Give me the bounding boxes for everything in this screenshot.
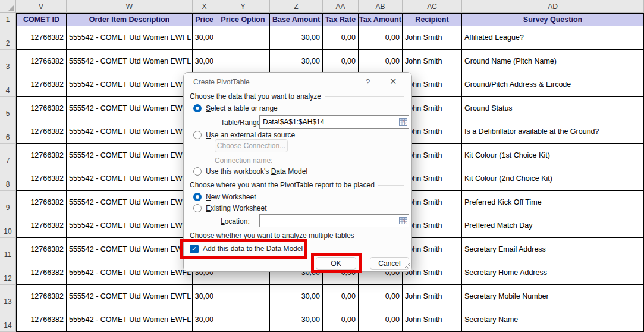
header-cell-tax_amount[interactable]: Tax Amount [359, 13, 403, 26]
column-header-W[interactable]: W [67, 0, 193, 13]
cell-tax_rate[interactable]: 0,00 [323, 285, 359, 309]
row-header-7[interactable]: 7 [0, 144, 16, 168]
row-header-13[interactable]: 13 [0, 285, 16, 309]
cell-description[interactable]: 555542 - COMET Utd Women EWFL [67, 238, 193, 262]
cell-survey_question[interactable]: Is a Defibrillator available at the Grou… [462, 120, 644, 144]
cell-comet_id[interactable]: 12766382 [16, 261, 67, 285]
cell-description[interactable]: 555542 - COMET Utd Women EWFL [67, 120, 193, 144]
row-header-8[interactable]: 8 [0, 167, 16, 191]
radio-external-data-source[interactable]: Use an external data source [193, 130, 295, 139]
header-cell-price[interactable]: Price [193, 13, 216, 26]
column-header-AA[interactable]: AA [323, 0, 359, 13]
cell-description[interactable]: 555542 - COMET Utd Women EWFL [67, 144, 193, 168]
cell-tax_rate[interactable]: 0,00 [323, 308, 359, 332]
cell-description[interactable]: 555542 - COMET Utd Women EWFL [67, 308, 193, 332]
column-header-X[interactable]: X [193, 0, 216, 13]
range-picker-icon[interactable] [397, 215, 409, 227]
cell-tax_amount[interactable]: 0,00 [359, 285, 403, 309]
header-cell-survey_question[interactable]: Survey Question [462, 13, 644, 26]
cell-price_option[interactable] [216, 308, 270, 332]
cell-recipient[interactable]: John Smith [403, 285, 462, 309]
cell-description[interactable]: 555542 - COMET Utd Women EWFL [67, 97, 193, 121]
header-cell-base_amount[interactable]: Base Amount [270, 13, 323, 26]
column-header-Z[interactable]: Z [270, 0, 323, 13]
radio-workbook-data-model[interactable]: Use this workbook's Data Model [193, 167, 307, 176]
row-header-9[interactable]: 9 [0, 191, 16, 215]
row-header-1[interactable]: 1 [0, 13, 16, 26]
row-header-5[interactable]: 5 [0, 97, 16, 121]
help-icon[interactable]: ? [366, 77, 370, 86]
cell-tax_amount[interactable]: 0,00 [359, 50, 403, 74]
cell-survey_question[interactable]: Kit Colour (2nd Choice Kit) [462, 167, 644, 191]
row-header-6[interactable]: 6 [0, 120, 16, 144]
cell-survey_question[interactable]: Affiliated League? [462, 26, 644, 50]
cell-description[interactable]: 555542 - COMET Utd Women EWFL [67, 261, 193, 285]
cell-survey_question[interactable]: Secretary Mobile Number [462, 285, 644, 309]
cell-survey_question[interactable]: Kit Colour (1st Choice Kit) [462, 144, 644, 168]
radio-select-table-range[interactable]: Select a table or range [193, 104, 278, 112]
choose-connection-button[interactable]: Choose Connection... [215, 139, 288, 152]
cell-comet_id[interactable]: 12766382 [16, 238, 67, 262]
cell-comet_id[interactable]: 12766382 [16, 97, 67, 121]
cell-comet_id[interactable]: 12766382 [16, 26, 67, 50]
table-range-input[interactable]: Data!$A$1:$AH$14 [259, 115, 409, 129]
header-cell-price_option[interactable]: Price Option [216, 13, 270, 26]
cell-comet_id[interactable]: 12766382 [16, 285, 67, 309]
cell-comet_id[interactable]: 12766382 [16, 73, 67, 97]
cell-price_option[interactable] [216, 50, 270, 74]
row-header-11[interactable]: 11 [0, 238, 16, 262]
column-header-V[interactable]: V [16, 0, 67, 13]
cell-comet_id[interactable]: 12766382 [16, 120, 67, 144]
cell-recipient[interactable]: John Smith [403, 26, 462, 50]
cell-base_amount[interactable]: 30,00 [270, 285, 323, 309]
cell-survey_question[interactable]: Ground Name (Pitch Name) [462, 50, 644, 74]
column-header-AB[interactable]: AB [359, 0, 403, 13]
cell-description[interactable]: 555542 - COMET Utd Women EWFL [67, 167, 193, 191]
cell-tax_amount[interactable]: 0,00 [359, 308, 403, 332]
cell-description[interactable]: 555542 - COMET Utd Women EWFL [67, 191, 193, 215]
cell-base_amount[interactable]: 30,00 [270, 50, 323, 74]
header-cell-comet_id[interactable]: COMET ID [16, 13, 67, 26]
row-header-10[interactable]: 10 [0, 214, 16, 238]
cell-description[interactable]: 555542 - COMET Utd Women EWFL [67, 214, 193, 238]
cell-comet_id[interactable]: 12766382 [16, 214, 67, 238]
close-icon[interactable]: ✕ [389, 76, 397, 87]
cell-description[interactable]: 555542 - COMET Utd Women EWFL [67, 50, 193, 74]
cell-price[interactable]: 30,00 [193, 285, 216, 309]
cell-survey_question[interactable]: Secretary Email Address [462, 238, 644, 262]
cell-survey_question[interactable]: Ground Status [462, 97, 644, 121]
header-cell-tax_rate[interactable]: Tax Rate [323, 13, 359, 26]
cell-survey_question[interactable]: Secretary Home Address [462, 261, 644, 285]
cell-price[interactable]: 30,00 [193, 26, 216, 50]
cell-comet_id[interactable]: 12766382 [16, 167, 67, 191]
row-header-12[interactable]: 12 [0, 261, 16, 285]
cell-description[interactable]: 555542 - COMET Utd Women EWFL [67, 26, 193, 50]
range-picker-icon[interactable] [397, 116, 409, 128]
column-header-AC[interactable]: AC [403, 0, 462, 13]
cell-comet_id[interactable]: 12766382 [16, 191, 67, 215]
select-all-corner[interactable] [0, 0, 16, 13]
cell-description[interactable]: 555542 - COMET Utd Women EWFL [67, 285, 193, 309]
header-cell-recipient[interactable]: Recipient [403, 13, 462, 26]
cell-tax_rate[interactable]: 0,00 [323, 50, 359, 74]
column-header-AD[interactable]: AD [462, 0, 644, 13]
row-header-2[interactable]: 2 [0, 26, 16, 50]
cell-tax_rate[interactable]: 0,00 [323, 26, 359, 50]
cell-survey_question[interactable]: Ground/Pitch Address & Eircode [462, 73, 644, 97]
resize-grip-icon[interactable] [404, 261, 410, 270]
location-input[interactable] [259, 214, 409, 227]
row-header-14[interactable]: 14 [0, 308, 16, 332]
cell-price[interactable]: 30,00 [193, 308, 216, 332]
radio-existing-worksheet[interactable]: Existing Worksheet [193, 203, 267, 212]
row-header-4[interactable]: 4 [0, 73, 16, 97]
row-header-3[interactable]: 3 [0, 50, 16, 74]
header-cell-description[interactable]: Order Item Description [67, 13, 193, 26]
column-header-Y[interactable]: Y [216, 0, 270, 13]
cell-comet_id[interactable]: 12766382 [16, 144, 67, 168]
cell-tax_amount[interactable]: 0,00 [359, 26, 403, 50]
cell-description[interactable]: 555542 - COMET Utd Women EWFL [67, 73, 193, 97]
cell-price_option[interactable] [216, 26, 270, 50]
cell-survey_question[interactable]: Secretary Name [462, 308, 644, 332]
cell-recipient[interactable]: John Smith [403, 50, 462, 74]
cell-base_amount[interactable]: 30,00 [270, 26, 323, 50]
